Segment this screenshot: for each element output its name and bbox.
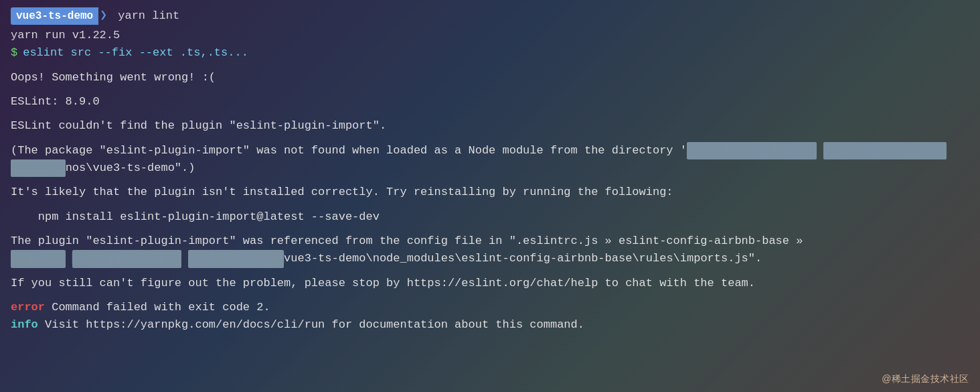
oops-line: Oops! Something went wrong! :(	[11, 69, 969, 86]
blank-8	[11, 268, 969, 275]
blank-7	[11, 226, 969, 233]
prompt-directory: vue3-ts-demo	[11, 7, 98, 25]
error-line-3: ████████nos\vue3-ts-demo".)	[11, 159, 969, 177]
error-line-1: ESLint couldn't find the plugin "eslint-…	[11, 117, 969, 135]
info-line: info Visit https://yarnpkg.com/en/docs/c…	[11, 316, 969, 334]
suggest-line-2: If you still can't figure out the proble…	[11, 275, 969, 292]
eslint-cmd-line: $ eslint src --fix --ext .ts,.ts...	[11, 44, 969, 62]
npm-install-line: npm install eslint-plugin-import@latest …	[11, 208, 969, 226]
blank-5	[11, 177, 969, 184]
error-line-2: (The package "eslint-plugin-import" was …	[11, 142, 969, 159]
redacted-ref-2: ████████████████	[72, 250, 181, 267]
ref-line-2: ████████ ████████████████ ██████████████…	[11, 250, 969, 267]
terminal-window: vue3-ts-demo ❯ yarn lint yarn run v1.22.…	[0, 0, 980, 392]
redacted-path-1: ███████████████████	[687, 142, 817, 159]
eslint-command: eslint src --fix --ext .ts,.ts...	[23, 44, 248, 62]
redacted-path-3: ████████	[11, 159, 66, 177]
blank-4	[11, 135, 969, 142]
error-exit-line: error Command failed with exit code 2.	[11, 299, 969, 316]
prompt-command: yarn lint	[111, 7, 179, 25]
ref-line-1: The plugin "eslint-plugin-import" was re…	[11, 233, 969, 250]
error-label: error	[11, 299, 45, 316]
redacted-ref-1: ████████	[11, 250, 66, 267]
error-exit-msg: Command failed with exit code 2.	[45, 299, 270, 316]
blank-1	[11, 62, 969, 69]
prompt-line: vue3-ts-demo ❯ yarn lint	[11, 7, 969, 25]
blank-9	[11, 292, 969, 299]
info-label: info	[11, 316, 38, 334]
eslint-version-line: ESLint: 8.9.0	[11, 93, 969, 111]
redacted-path-2: ██████████████████	[823, 142, 947, 159]
prompt-arrow-icon: ❯	[100, 7, 107, 25]
blank-6	[11, 202, 969, 208]
watermark: @稀土掘金技术社区	[882, 372, 969, 387]
suggest-line-1: It's likely that the plugin isn't instal…	[11, 184, 969, 201]
yarn-version-line: yarn run v1.22.5	[11, 27, 969, 44]
redacted-ref-3: ██████████████	[188, 250, 284, 267]
blank-2	[11, 86, 969, 93]
blank-3	[11, 111, 969, 117]
dollar-prompt: $	[11, 44, 17, 62]
info-msg: Visit https://yarnpkg.com/en/docs/cli/ru…	[38, 316, 584, 334]
